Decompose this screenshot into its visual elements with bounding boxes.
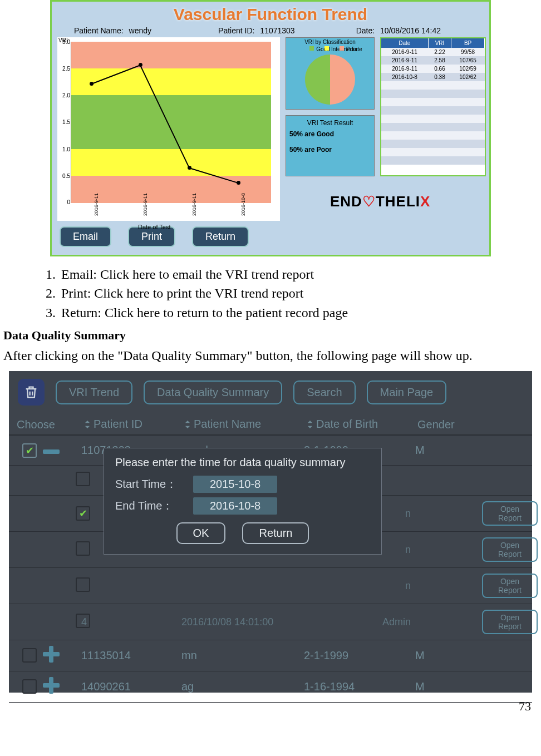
vri-chart: VRI 3.0 2.5 2.0 1.5 1.0 0.5 0 2016 (57, 37, 280, 221)
legend-swatch-poor (340, 46, 344, 51)
table-cell: 0.66 (428, 65, 451, 73)
band-intermediate (71, 68, 271, 95)
table-cell: 2016-9-11 (381, 56, 428, 65)
row-checkbox[interactable] (76, 472, 90, 486)
classification-title: VRI by Classification (287, 39, 373, 45)
classification-pie (305, 55, 355, 105)
open-report-button[interactable]: Open Report (482, 610, 538, 634)
th-bp: BP (451, 38, 485, 48)
row-checkbox[interactable] (76, 577, 90, 592)
date-label: Date: (356, 26, 375, 35)
instruction-list: Email: Click here to email the VRI trend… (0, 262, 541, 322)
cell-name: ag (181, 680, 304, 693)
instruction-3: Return: Click here to return to the pati… (59, 304, 532, 322)
result-good: 50% are Good (289, 130, 371, 138)
table-row: 2016-10-80.38102/62 (381, 73, 485, 81)
table-cell: 102/62 (451, 73, 485, 81)
col-gender: Gender (417, 418, 484, 431)
row-checkbox[interactable] (22, 648, 37, 663)
expand-icon[interactable] (43, 677, 60, 694)
row-checkbox[interactable] (22, 443, 37, 458)
plot-area: 3.0 2.5 2.0 1.5 1.0 0.5 0 2016-9-11 2016… (71, 42, 271, 203)
th-vri: VRI (428, 38, 451, 48)
table-row[interactable]: 14090261 ag 1-16-1994 M (9, 671, 532, 703)
x-axis-label: Date of Test (138, 224, 171, 230)
ok-button[interactable]: OK (176, 522, 226, 544)
cell-pid: 11135014 (81, 649, 181, 662)
start-time-field[interactable]: 2015-10-8 (193, 476, 277, 493)
report-title: Vascular Function Trend (52, 2, 489, 26)
ytick: 0 (58, 200, 70, 205)
row-checkbox[interactable] (76, 506, 90, 521)
table-cell: 99/58 (451, 48, 485, 56)
section-paragraph: After clicking on the "Data Quality Summ… (0, 345, 541, 369)
table-row[interactable]: 4 2016/10/08 14:01:00 Admin Open Report (9, 604, 532, 640)
table-row (381, 148, 485, 156)
result-title: VRI Test Result (289, 119, 371, 127)
sort-icon (83, 418, 91, 431)
open-report-button[interactable]: Open Report (482, 574, 538, 598)
table-cell: 2016-9-11 (381, 48, 428, 56)
return-button[interactable]: Return (192, 226, 249, 247)
heart-icon: ♡ (362, 193, 376, 210)
tab-main-page[interactable]: Main Page (367, 381, 447, 404)
end-time-field[interactable]: 2016-10-8 (193, 497, 277, 515)
endothelix-logo: END♡THELIX (330, 193, 430, 210)
expand-icon[interactable] (43, 646, 60, 663)
vri-trend-report: Vascular Function Trend Patient Name: we… (50, 0, 491, 256)
delete-button[interactable] (18, 379, 45, 406)
table-cell: 102/59 (451, 65, 485, 73)
section-heading: Data Quality Summary (0, 323, 541, 345)
ytick: 1.0 (58, 147, 70, 152)
table-row (381, 115, 485, 123)
band-intermediate (71, 149, 271, 176)
table-row (381, 98, 485, 106)
xtick: 2016-9-11 (191, 193, 197, 216)
table-row (381, 140, 485, 148)
result-poor: 50% are Poor (289, 146, 371, 154)
table-header: Choose Patient ID Patient Name Date of B… (9, 413, 532, 436)
row-checkbox[interactable] (76, 541, 90, 556)
cell-name: mn (181, 649, 304, 662)
tab-data-quality-summary[interactable]: Data Quality Summary (144, 381, 282, 404)
dialog-title: Please enter the time for data quality s… (115, 456, 370, 469)
table-row (381, 106, 485, 115)
email-button[interactable]: Email (60, 226, 111, 247)
table-row: 2016-9-110.66102/59 (381, 65, 485, 73)
trash-icon (23, 384, 39, 400)
return-button[interactable]: Return (242, 522, 309, 544)
tab-vri-trend[interactable]: VRI Trend (56, 381, 132, 404)
sort-icon (184, 418, 191, 431)
col-patient-name[interactable]: Patient Name (184, 418, 306, 431)
classification-box: VRI by Classification Good Intermediate … (286, 37, 375, 110)
cell-gender: M (415, 680, 482, 693)
tablet-screenshot: VRI Trend Data Quality Summary Search Ma… (9, 371, 532, 693)
vri-data-table: Date VRI BP 2016-9-112.2299/582016-9-112… (380, 37, 486, 176)
band-good (71, 95, 271, 149)
table-row[interactable]: n Open Report (9, 568, 532, 604)
legend-swatch-good (309, 46, 314, 51)
col-patient-id[interactable]: Patient ID (83, 418, 184, 431)
ytick: 3.0 (58, 39, 70, 45)
open-report-button[interactable]: Open Report (482, 537, 538, 562)
table-row: 2016-9-112.2299/58 (381, 48, 485, 56)
open-report-button[interactable]: Open Report (482, 501, 538, 526)
cell-by: n (304, 580, 415, 592)
report-button-bar: Email Print Return (52, 221, 489, 255)
table-cell: 2016-10-8 (381, 73, 428, 81)
table-cell: 2.58 (428, 56, 451, 65)
row-checkbox[interactable] (22, 679, 37, 694)
col-dob[interactable]: Date of Birth (306, 418, 417, 431)
sort-icon (306, 418, 314, 431)
collapse-icon[interactable] (43, 449, 60, 454)
table-cell: 2016-9-11 (381, 65, 428, 73)
classification-legend: Good Intermediate Poor (287, 45, 373, 51)
table-row (381, 90, 485, 98)
ytick: 0.5 (58, 174, 70, 179)
tab-search[interactable]: Search (293, 381, 355, 404)
table-row[interactable]: 11135014 mn 2-1-1999 M (9, 640, 532, 671)
cell-idx: 4 (81, 616, 181, 628)
start-time-label: Start Time： (115, 477, 193, 492)
table-row (381, 156, 485, 165)
table-header-row: Date VRI BP (381, 38, 485, 48)
